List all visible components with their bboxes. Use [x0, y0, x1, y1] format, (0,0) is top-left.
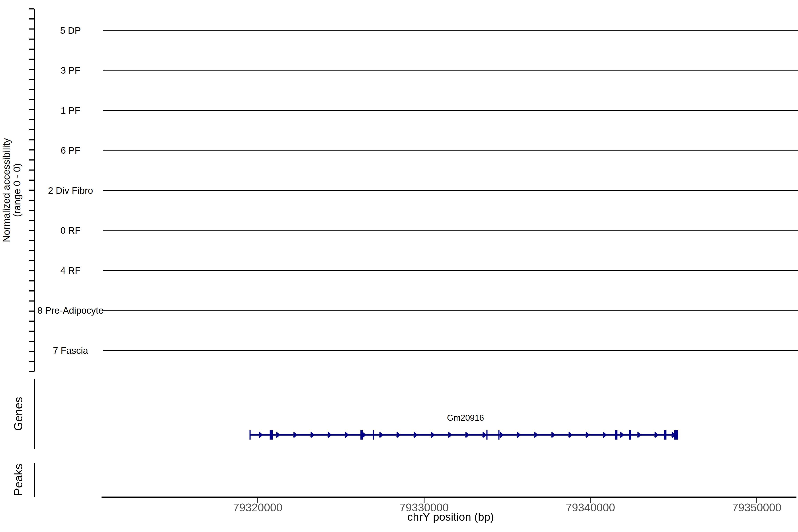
gene-name-label: Gm20916	[447, 413, 484, 422]
track-label: 2 Div Fibro	[48, 185, 93, 196]
peaks-section-label: Peaks	[12, 464, 25, 496]
track-gridline-group	[103, 31, 798, 350]
track-label: 5 DP	[60, 25, 81, 36]
track-label: 7 Fascia	[53, 345, 88, 356]
coverage-plot-figure: 5 DP3 PF1 PF6 PF2 Div Fibro0 RF4 RF8 Pre…	[0, 0, 798, 532]
track-label: 8 Pre-Adipocyte	[37, 305, 104, 316]
gene-exon	[664, 430, 666, 440]
y-axis-tick-group	[29, 9, 34, 372]
x-axis-tick-group: 79320000793300007934000079350000	[233, 498, 782, 514]
plot-canvas: 5 DP3 PF1 PF6 PF2 Div Fibro0 RF4 RF8 Pre…	[0, 0, 798, 532]
track-label: 0 RF	[60, 225, 80, 235]
gene-exon	[373, 430, 374, 440]
track-label: 6 PF	[61, 145, 80, 156]
y-axis-title-line1: Normalized accessibility	[1, 138, 12, 242]
x-axis-tick-label: 79350000	[732, 501, 781, 514]
track-label-group: 5 DP3 PF1 PF6 PF2 Div Fibro0 RF4 RF8 Pre…	[37, 25, 104, 356]
gene-model	[250, 430, 678, 440]
gene-exon	[360, 430, 363, 440]
y-axis-title-line2: (range 0 - 0)	[12, 164, 22, 217]
gene-exon	[629, 430, 631, 440]
gene-exon	[250, 430, 251, 440]
x-axis-tick-label: 79320000	[233, 501, 282, 514]
track-label: 4 RF	[60, 265, 80, 276]
x-axis-title: chrY position (bp)	[407, 511, 494, 523]
track-label: 1 PF	[61, 105, 80, 116]
gene-exon	[498, 430, 499, 440]
x-axis-tick-label: 79340000	[566, 501, 615, 514]
genes-section-label: Genes	[12, 397, 25, 431]
gene-exon	[270, 430, 273, 440]
gene-exon	[674, 430, 678, 440]
gene-exon	[615, 430, 618, 440]
gene-exon	[486, 430, 488, 440]
track-label: 3 PF	[61, 65, 80, 76]
